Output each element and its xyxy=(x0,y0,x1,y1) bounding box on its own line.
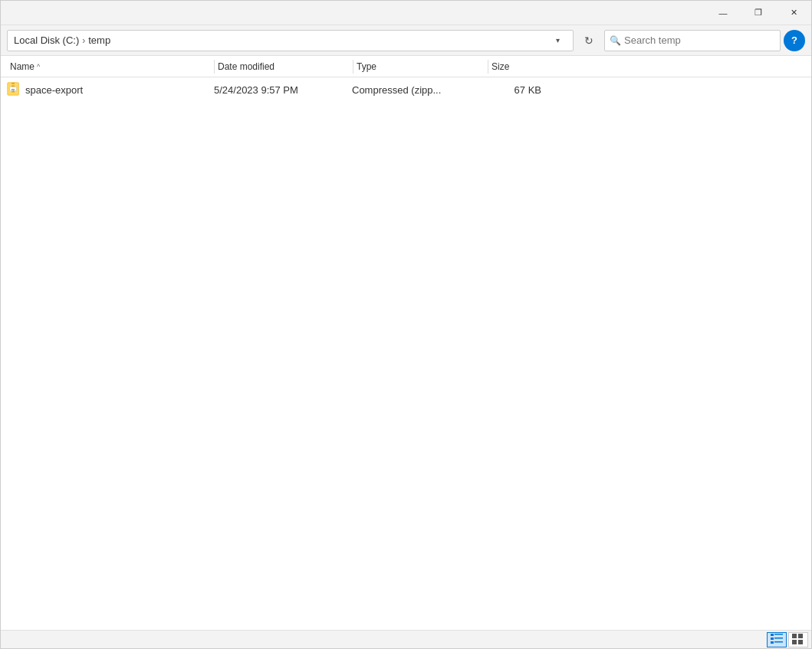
help-button[interactable]: ? xyxy=(784,30,805,51)
column-header-name[interactable]: Name ^ xyxy=(7,56,214,77)
minimize-button[interactable]: — xyxy=(705,1,741,25)
column-header-date[interactable]: Date modified xyxy=(215,56,353,77)
search-input[interactable] xyxy=(624,34,775,46)
svg-rect-12 xyxy=(771,641,774,644)
file-size: 67 KB xyxy=(486,84,547,96)
search-box: 🔍 xyxy=(604,30,781,51)
sort-arrow-name: ^ xyxy=(37,63,40,70)
svg-rect-2 xyxy=(12,82,15,84)
column-headers: Name ^ Date modified Type Size xyxy=(1,56,811,77)
view-details-icon xyxy=(771,634,783,646)
svg-rect-14 xyxy=(792,634,797,638)
svg-text:zip: zip xyxy=(12,87,15,90)
svg-rect-10 xyxy=(771,638,774,640)
maximize-button[interactable]: ❐ xyxy=(741,1,776,25)
svg-rect-15 xyxy=(798,634,803,638)
file-list: zip space-export 5/24/2023 9:57 PM Compr… xyxy=(1,77,811,630)
view-large-icon xyxy=(792,634,804,646)
svg-rect-17 xyxy=(798,640,803,644)
file-name: space-export xyxy=(25,84,83,96)
address-bar[interactable]: Local Disk (C:) › temp ▾ xyxy=(7,30,574,51)
file-date: 5/24/2023 9:57 PM xyxy=(214,84,352,96)
svg-rect-9 xyxy=(774,634,783,635)
svg-rect-5 xyxy=(12,90,15,92)
folder-label: temp xyxy=(88,34,110,46)
file-name-cell: zip space-export xyxy=(7,81,214,99)
title-bar: — ❐ ✕ xyxy=(1,1,811,25)
close-button[interactable]: ✕ xyxy=(776,1,811,25)
search-icon: 🔍 xyxy=(610,35,621,46)
refresh-button[interactable]: ↻ xyxy=(577,30,601,51)
svg-rect-16 xyxy=(792,640,797,644)
view-details-button[interactable] xyxy=(767,632,787,647)
file-type: Compressed (zipp... xyxy=(352,84,486,96)
svg-rect-3 xyxy=(12,85,15,87)
status-bar xyxy=(1,630,811,648)
breadcrumb: Local Disk (C:) › temp xyxy=(14,34,548,46)
breadcrumb-separator: › xyxy=(82,35,85,46)
drive-label: Local Disk (C:) xyxy=(14,34,79,46)
file-explorer-window: — ❐ ✕ Local Disk (C:) › temp ▾ ↻ 🔍 ? Nam… xyxy=(0,0,812,649)
svg-rect-8 xyxy=(771,634,774,636)
svg-rect-11 xyxy=(774,638,783,639)
table-row[interactable]: zip space-export 5/24/2023 9:57 PM Compr… xyxy=(7,79,811,100)
column-header-size[interactable]: Size xyxy=(488,56,550,77)
zip-file-icon: zip xyxy=(7,81,21,99)
view-large-icons-button[interactable] xyxy=(788,632,808,647)
window-controls: — ❐ ✕ xyxy=(705,1,811,25)
svg-rect-13 xyxy=(774,641,783,643)
address-bar-row: Local Disk (C:) › temp ▾ ↻ 🔍 ? xyxy=(1,25,811,56)
address-dropdown-button[interactable]: ▾ xyxy=(548,30,567,51)
column-header-type[interactable]: Type xyxy=(353,56,488,77)
